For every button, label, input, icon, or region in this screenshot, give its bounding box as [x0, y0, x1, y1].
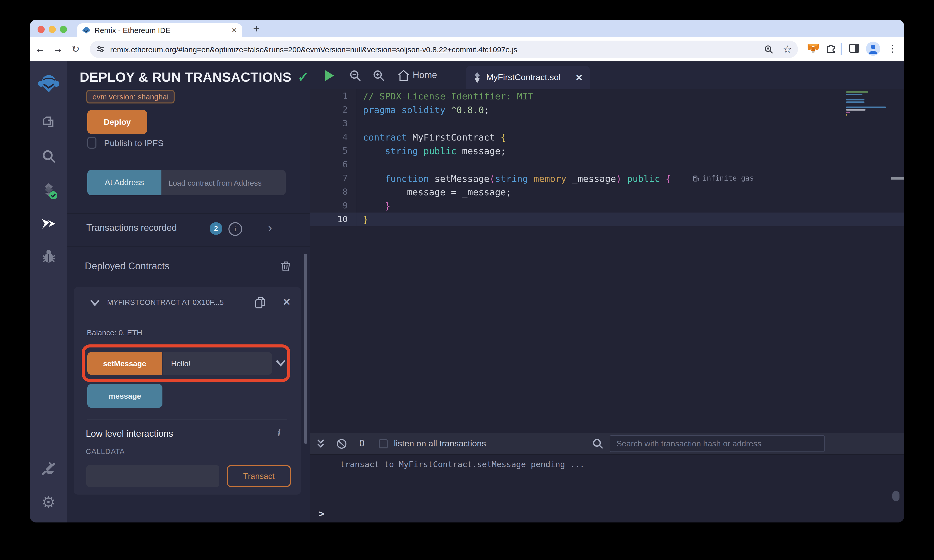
- menu-kebab-icon[interactable]: ⋮: [888, 43, 897, 54]
- url-bar[interactable]: remix.ethereum.org/#lang=en&optimize=fal…: [90, 41, 798, 58]
- pending-count: 0: [359, 438, 364, 449]
- code-line[interactable]: 9 }: [310, 199, 904, 212]
- new-tab-button[interactable]: +: [249, 22, 264, 36]
- evm-version-badge: evm version: shanghai: [86, 90, 175, 103]
- trash-icon[interactable]: [280, 260, 291, 272]
- contract-title: MYFIRSTCONTRACT AT 0X10F...5: [107, 298, 252, 306]
- zoom-out-icon[interactable]: [349, 69, 361, 82]
- set-message-expand-chevron-icon[interactable]: [276, 360, 285, 367]
- code-line[interactable]: 2pragma solidity ^0.8.0;: [310, 103, 904, 117]
- file-explorer-icon[interactable]: [30, 115, 67, 130]
- window-minimize-button[interactable]: [49, 26, 56, 33]
- line-number: 6: [310, 158, 356, 171]
- calldata-input[interactable]: [86, 465, 219, 487]
- remix-favicon: [82, 26, 90, 34]
- panel-title: DEPLOY & RUN TRANSACTIONS: [80, 69, 291, 85]
- code-line[interactable]: 6: [310, 158, 904, 171]
- gas-annotation: infinite gas: [692, 171, 754, 185]
- message-button[interactable]: message: [87, 384, 162, 408]
- browser-tab[interactable]: Remix - Ethereum IDE ✕: [77, 23, 242, 37]
- contract-close-icon[interactable]: ✕: [283, 296, 291, 308]
- line-code: [356, 158, 363, 171]
- file-tab-label: MyFirstContract.sol: [486, 72, 576, 83]
- terminal-toolbar: 0 listen on all transactions: [310, 433, 904, 454]
- copy-icon[interactable]: [254, 296, 267, 310]
- app-content: ⚙ DEPLOY & RUN TRANSACTIONS ✓ › evm vers…: [30, 62, 904, 523]
- tab-close-icon[interactable]: ✕: [231, 26, 237, 34]
- back-icon[interactable]: ←: [35, 43, 45, 55]
- metamask-icon[interactable]: [807, 42, 820, 55]
- editor-column: Home MyFirstContract.sol ✕ 1// SPDX-Lice…: [310, 62, 904, 523]
- set-message-button[interactable]: setMessage: [87, 352, 162, 375]
- line-number: 3: [310, 117, 356, 130]
- listen-all-label: listen on all transactions: [394, 438, 486, 449]
- zoom-in-icon[interactable]: [373, 69, 385, 82]
- at-address-input[interactable]: [162, 170, 286, 195]
- card-divider: [87, 419, 287, 420]
- terminal-scrollbar-thumb[interactable]: [892, 491, 900, 501]
- code-editor[interactable]: 1// SPDX-License-Identifier: MIT2pragma …: [310, 89, 904, 433]
- terminal-prompt[interactable]: >: [319, 508, 325, 519]
- contract-collapse-chevron-icon[interactable]: [90, 299, 100, 306]
- home-tab-label[interactable]: Home: [413, 70, 437, 81]
- terminal-search-icon: [593, 438, 604, 449]
- code-line[interactable]: 5 string public message;: [310, 144, 904, 158]
- transactions-info-icon[interactable]: i: [228, 222, 242, 236]
- side-panel-icon[interactable]: [848, 42, 860, 54]
- solidity-compiler-icon[interactable]: [30, 182, 67, 200]
- deploy-run-icon[interactable]: [30, 215, 67, 232]
- low-level-info-icon[interactable]: i: [277, 427, 281, 439]
- browser-toolbar: ← → ↻ remix.ethereum.org/#lang=en&optimi…: [30, 37, 904, 62]
- line-code: string public message;: [356, 144, 506, 158]
- contract-balance: Balance: 0. ETH: [87, 328, 142, 337]
- listen-all-checkbox[interactable]: [379, 439, 388, 448]
- profile-avatar[interactable]: [865, 41, 881, 56]
- debugger-icon[interactable]: [30, 249, 67, 265]
- line-number: 9: [310, 199, 356, 212]
- code-line[interactable]: 10}: [310, 212, 904, 226]
- plugin-manager-icon[interactable]: [30, 460, 67, 476]
- settings-gear-icon[interactable]: ⚙: [30, 494, 67, 511]
- code-line[interactable]: 4contract MyFirstContract {: [310, 130, 904, 144]
- file-tab[interactable]: MyFirstContract.sol ✕: [466, 66, 590, 89]
- forward-icon[interactable]: →: [53, 43, 63, 55]
- line-number: 7: [310, 171, 356, 185]
- file-tab-close-icon[interactable]: ✕: [576, 72, 583, 83]
- deploy-button[interactable]: Deploy: [87, 110, 147, 134]
- code-line[interactable]: 1// SPDX-License-Identifier: MIT: [310, 89, 904, 103]
- set-message-input[interactable]: [163, 352, 272, 375]
- terminal-search-input[interactable]: [610, 435, 825, 452]
- toolbar-divider: [841, 43, 842, 55]
- transactions-expand-chevron-icon[interactable]: ›: [268, 221, 272, 235]
- home-icon[interactable]: [397, 69, 410, 82]
- search-icon[interactable]: [30, 149, 67, 164]
- terminal-log[interactable]: transact to MyFirstContract.setMessage p…: [310, 454, 904, 523]
- remix-logo: [30, 73, 67, 95]
- panel-scrollbar[interactable]: [304, 254, 307, 444]
- reload-icon[interactable]: ↻: [72, 43, 80, 55]
- icon-rail: ⚙: [30, 62, 67, 523]
- line-code: pragma solidity ^0.8.0;: [356, 103, 490, 117]
- at-address-button[interactable]: At Address: [87, 170, 162, 195]
- line-number: 1: [310, 89, 356, 103]
- window-zoom-button[interactable]: [60, 26, 67, 33]
- transact-button[interactable]: Transact: [227, 465, 291, 487]
- publish-ipfs-checkbox[interactable]: [87, 137, 96, 149]
- terminal-collapse-icon[interactable]: [317, 438, 325, 449]
- low-level-title: Low level interactions: [86, 429, 173, 439]
- zoom-icon[interactable]: [764, 45, 774, 54]
- site-settings-icon[interactable]: [96, 45, 105, 54]
- extensions-puzzle-icon[interactable]: [825, 42, 837, 54]
- code-line[interactable]: 7 function setMessage(string memory _mes…: [310, 171, 904, 185]
- url-text[interactable]: remix.ethereum.org/#lang=en&optimize=fal…: [110, 45, 764, 54]
- window-close-button[interactable]: [37, 26, 45, 33]
- editor-toolbar: Home MyFirstContract.sol ✕: [310, 62, 904, 89]
- bookmark-star-icon[interactable]: ☆: [783, 45, 792, 54]
- code-line[interactable]: 3: [310, 117, 904, 130]
- tab-title: Remix - Ethereum IDE: [94, 26, 231, 34]
- editor-scroll-marker[interactable]: [891, 177, 904, 180]
- run-script-play-icon[interactable]: [325, 70, 334, 81]
- clear-console-icon[interactable]: [336, 438, 347, 449]
- code-line[interactable]: 8 message = _message;: [310, 185, 904, 199]
- minimap[interactable]: [846, 91, 888, 117]
